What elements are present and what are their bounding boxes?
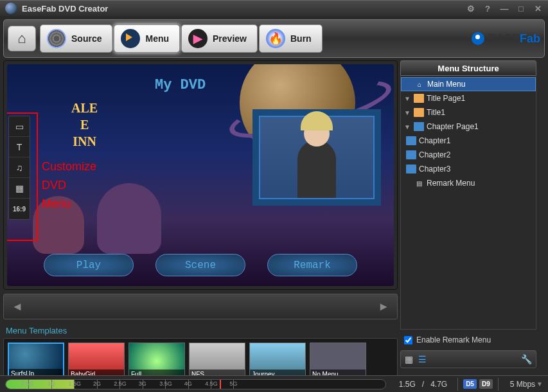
music-icon: ♫ <box>16 163 23 173</box>
folder-icon <box>414 94 424 103</box>
image-icon: ▭ <box>15 121 24 132</box>
preview-panel: My DVD ALEEINN Play Scene Remark ▭ T ♫ ▦… <box>3 60 398 290</box>
dvd-title-text[interactable]: My DVD <box>155 77 206 93</box>
aspect-ratio-tool[interactable]: 16:9 <box>9 199 30 219</box>
logo-person-icon <box>472 32 484 45</box>
bitrate-value: 5 Mbps <box>510 380 535 389</box>
structure-toolbar: ▦ ☰ 🔧 <box>400 350 536 368</box>
tab-menu[interactable]: Menu <box>114 24 180 53</box>
music-tool[interactable]: ♫ <box>9 157 30 178</box>
template-full[interactable]: Full <box>128 343 185 380</box>
bitrate-dropdown-icon[interactable]: ▼ <box>536 380 543 388</box>
collapse-icon[interactable]: ▼ <box>403 109 411 116</box>
help-icon[interactable]: ? <box>482 3 493 13</box>
collapse-icon[interactable]: ▼ <box>403 123 411 130</box>
tab-burn-label: Burn <box>290 33 312 44</box>
d5-button[interactable]: D5 <box>463 379 477 389</box>
app-icon <box>5 3 17 14</box>
enable-remark-label: Enable Remark Menu <box>416 335 491 344</box>
template-babygirl[interactable]: BabyGirl <box>68 343 125 380</box>
template-journey[interactable]: Journey <box>249 343 306 380</box>
template-surfsup[interactable]: SurfsUp <box>8 343 64 380</box>
text-tool[interactable]: T <box>9 137 30 157</box>
scene-button[interactable]: Scene <box>155 254 245 276</box>
sign-art: ALEEINN <box>71 100 98 150</box>
disc-total: 4.7G <box>430 380 447 389</box>
template-nomenu[interactable]: No Menu <box>310 343 366 380</box>
text-icon: T <box>17 142 22 152</box>
next-arrow[interactable]: ► <box>378 300 389 314</box>
background-tool[interactable]: ▭ <box>9 116 30 137</box>
grid-tool[interactable]: ▦ <box>9 178 30 199</box>
app-title: EaseFab DVD Creator <box>22 4 108 13</box>
film-icon <box>406 165 416 174</box>
preview-icon: ▶ <box>188 29 208 48</box>
tab-source[interactable]: Source <box>40 24 112 53</box>
tree-remark-menu[interactable]: ▤Remark Menu <box>401 176 536 190</box>
minimize-button[interactable]: — <box>499 3 509 13</box>
template-nfs[interactable]: NFS <box>189 343 245 380</box>
triangle-ruler-icon <box>121 29 140 48</box>
title-bar: EaseFab DVD Creator ⚙ ? — □ ✕ <box>0 0 548 16</box>
logo-brand1: EASE <box>488 32 520 46</box>
customize-toolbar: ▭ T ♫ ▦ 16:9 <box>8 116 30 220</box>
tree-title-page1[interactable]: ▼Title Page1 <box>401 91 536 105</box>
home-icon: ⌂ <box>17 30 26 47</box>
house-art-2 <box>97 183 161 254</box>
grid-view-button[interactable]: ▦ <box>405 354 413 364</box>
collapse-icon[interactable]: ▼ <box>403 95 411 102</box>
preview-navbar: ◄ ► <box>3 294 398 319</box>
close-button[interactable]: ✕ <box>533 3 543 13</box>
meter-fill <box>6 380 74 389</box>
tab-source-label: Source <box>71 33 102 44</box>
tree-chapter1[interactable]: Chapter1 <box>401 134 536 148</box>
gear-icon[interactable]: ⚙ <box>466 3 476 13</box>
tab-burn[interactable]: 🔥 Burn <box>259 24 323 53</box>
disc-used: 1.5G <box>399 380 416 389</box>
tree-chapter2[interactable]: Chapter2 <box>401 148 536 162</box>
remark-button[interactable]: Remark <box>267 254 357 276</box>
film-icon <box>406 136 416 145</box>
status-bar: 0.5G 1G 1.5G 2G 2.5G 3G 3.5G 4G 4.5G 5G … <box>0 375 548 392</box>
maximize-button[interactable]: □ <box>516 3 526 13</box>
folder-icon <box>414 108 424 117</box>
menu-structure-title: Menu Structure <box>400 60 536 76</box>
house-art-1 <box>33 196 84 254</box>
grid-icon: ▦ <box>15 183 24 193</box>
tree-chapter-page1[interactable]: ▼Chapter Page1 <box>401 120 536 134</box>
prev-arrow[interactable]: ◄ <box>12 300 23 314</box>
tab-preview[interactable]: ▶ Preview <box>181 24 258 53</box>
menu-structure-tree: ⌂Main Menu ▼Title Page1 ▼Title1 ▼Chapter… <box>400 76 536 330</box>
doc-icon: ▤ <box>414 179 424 188</box>
home-button[interactable]: ⌂ <box>8 26 36 51</box>
d9-button[interactable]: D9 <box>479 379 493 389</box>
tree-main-menu[interactable]: ⌂Main Menu <box>401 77 536 91</box>
film-icon <box>414 122 424 131</box>
brand-logo: EASEFab <box>472 32 540 46</box>
tab-preview-label: Preview <box>213 33 247 44</box>
settings-button[interactable]: 🔧 <box>521 354 532 364</box>
list-view-button[interactable]: ☰ <box>418 354 427 364</box>
film-icon <box>406 150 416 159</box>
enable-remark-row: Enable Remark Menu <box>400 332 536 348</box>
enable-remark-checkbox[interactable] <box>404 336 412 344</box>
dvd-menu-preview[interactable]: My DVD ALEEINN Play Scene Remark ▭ T ♫ ▦… <box>7 64 394 286</box>
tree-title1[interactable]: ▼Title1 <box>401 105 536 120</box>
reel-icon <box>47 29 66 48</box>
main-toolbar: ⌂ Source Menu ▶ Preview 🔥 Burn EASEFab <box>3 19 545 58</box>
tree-chapter3[interactable]: Chapter3 <box>401 162 536 176</box>
chapter-thumbnail[interactable] <box>252 109 381 206</box>
disc-meter: 0.5G 1G 1.5G 2G 2.5G 3G 3.5G 4G 4.5G 5G <box>5 379 386 389</box>
play-button[interactable]: Play <box>44 254 134 276</box>
home-icon: ⌂ <box>414 80 425 89</box>
templates-title: Menu Templates <box>3 323 398 338</box>
burn-icon: 🔥 <box>266 29 285 48</box>
tab-menu-label: Menu <box>145 33 169 44</box>
logo-brand2: Fab <box>520 32 540 46</box>
